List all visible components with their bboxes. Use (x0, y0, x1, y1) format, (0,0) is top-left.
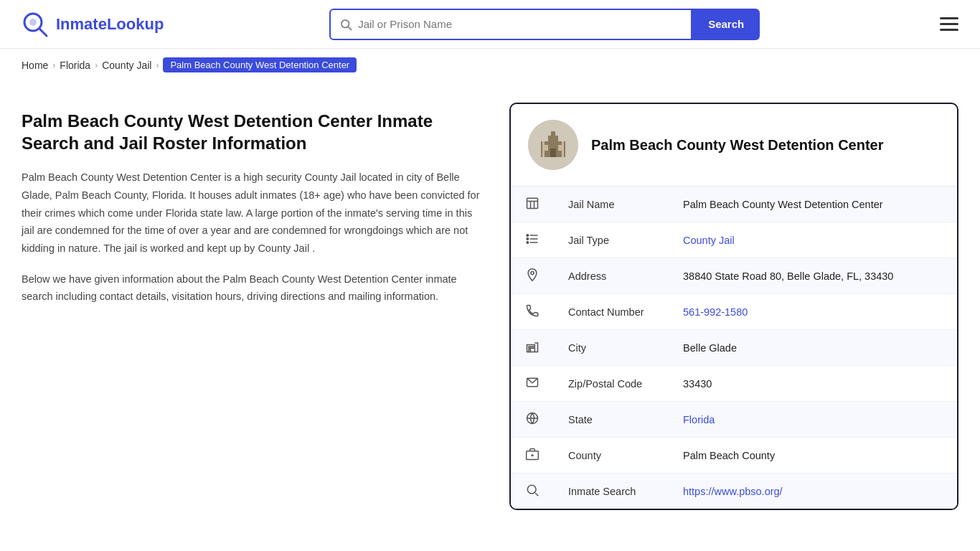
left-content: Palm Beach County West Detention Center … (22, 103, 481, 510)
search-icon (339, 18, 352, 31)
row-value: 33430 (669, 366, 957, 402)
info-card: Palm Beach County West Detention Center … (509, 103, 958, 510)
svg-line-1 (39, 29, 47, 36)
header: InmateLookup Search (0, 0, 980, 49)
breadcrumb-current: Palm Beach County West Detention Center (163, 57, 357, 72)
hamburger-line-2 (940, 23, 958, 25)
table-row: Jail TypeCounty Jail (511, 222, 957, 258)
row-label: County (554, 438, 669, 474)
breadcrumb-florida[interactable]: Florida (60, 60, 90, 71)
svg-point-21 (527, 235, 529, 237)
card-header: Palm Beach County West Detention Center (511, 104, 957, 187)
svg-point-22 (527, 238, 529, 240)
svg-point-24 (531, 271, 534, 274)
table-row: Zip/Postal Code33430 (511, 366, 957, 402)
phone-icon (511, 294, 554, 330)
row-label: Jail Type (554, 222, 669, 258)
row-value[interactable]: https://www.pbso.org/ (669, 474, 957, 509)
svg-point-3 (341, 20, 349, 28)
breadcrumb-sep-2: › (95, 60, 98, 70)
card-facility-name: Palm Beach County West Detention Center (591, 137, 883, 154)
row-value[interactable]: Florida (669, 402, 957, 438)
row-value: Palm Beach County West Detention Center (669, 187, 957, 222)
logo-link[interactable]: InmateLookup (22, 11, 164, 38)
main-content: Palm Beach County West Detention Center … (0, 81, 980, 539)
svg-rect-14 (527, 198, 538, 208)
svg-point-23 (527, 242, 529, 244)
svg-rect-11 (550, 149, 556, 157)
table-row: StateFlorida (511, 402, 957, 438)
svg-rect-26 (529, 347, 531, 349)
row-value[interactable]: County Jail (669, 222, 957, 258)
row-link[interactable]: https://www.pbso.org/ (683, 486, 783, 497)
table-row: CountyPalm Beach County (511, 438, 957, 474)
svg-line-36 (535, 493, 538, 496)
facility-image (528, 120, 578, 170)
list-icon (511, 222, 554, 258)
info-table: Jail NamePalm Beach County West Detentio… (511, 187, 957, 509)
county-icon (511, 438, 554, 474)
row-value: Palm Beach County (669, 438, 957, 474)
search-bar: Search (329, 9, 760, 40)
breadcrumb-county-jail[interactable]: County Jail (102, 60, 151, 71)
city-icon (511, 330, 554, 366)
pin-icon (511, 258, 554, 294)
svg-rect-8 (551, 131, 555, 137)
row-value: 38840 State Road 80, Belle Glade, FL, 33… (669, 258, 957, 294)
row-label: Zip/Postal Code (554, 366, 669, 402)
hamburger-line-3 (940, 29, 958, 31)
svg-rect-13 (562, 141, 564, 157)
mail-icon (511, 366, 554, 402)
svg-point-35 (527, 485, 536, 494)
row-link[interactable]: 561-992-1580 (683, 306, 748, 318)
search-button[interactable]: Search (692, 9, 760, 40)
search-icon (511, 474, 554, 509)
breadcrumb: Home › Florida › County Jail › Palm Beac… (0, 49, 980, 81)
table-row: Address38840 State Road 80, Belle Glade,… (511, 258, 957, 294)
row-value: Belle Glade (669, 330, 957, 366)
description-1: Palm Beach County West Detention Center … (22, 169, 481, 257)
svg-rect-12 (542, 141, 545, 157)
table-row: CityBelle Glade (511, 330, 957, 366)
page-title: Palm Beach County West Detention Center … (22, 110, 481, 154)
breadcrumb-sep-1: › (52, 60, 55, 70)
globe-icon (511, 402, 554, 438)
table-row: Contact Number561-992-1580 (511, 294, 957, 330)
breadcrumb-home[interactable]: Home (22, 60, 48, 71)
svg-rect-27 (532, 347, 534, 349)
search-input-wrap (329, 9, 692, 40)
svg-rect-28 (529, 349, 531, 352)
row-label: Address (554, 258, 669, 294)
hamburger-menu[interactable] (940, 17, 958, 31)
row-label: Contact Number (554, 294, 669, 330)
row-link[interactable]: Florida (683, 414, 715, 425)
row-value[interactable]: 561-992-1580 (669, 294, 957, 330)
logo-text: InmateLookup (56, 15, 164, 34)
breadcrumb-sep-3: › (156, 60, 159, 70)
row-label: Inmate Search (554, 474, 669, 509)
table-row: Jail NamePalm Beach County West Detentio… (511, 187, 957, 222)
row-label: City (554, 330, 669, 366)
description-2: Below we have given information about th… (22, 270, 481, 306)
hamburger-line-1 (940, 17, 958, 19)
logo-icon (22, 11, 49, 38)
row-label: State (554, 402, 669, 438)
jail-icon (511, 187, 554, 222)
row-link[interactable]: County Jail (683, 235, 735, 246)
search-input[interactable] (358, 18, 682, 30)
table-row: Inmate Searchhttps://www.pbso.org/ (511, 474, 957, 509)
svg-line-4 (349, 27, 352, 29)
svg-point-2 (29, 19, 37, 26)
row-label: Jail Name (554, 187, 669, 222)
